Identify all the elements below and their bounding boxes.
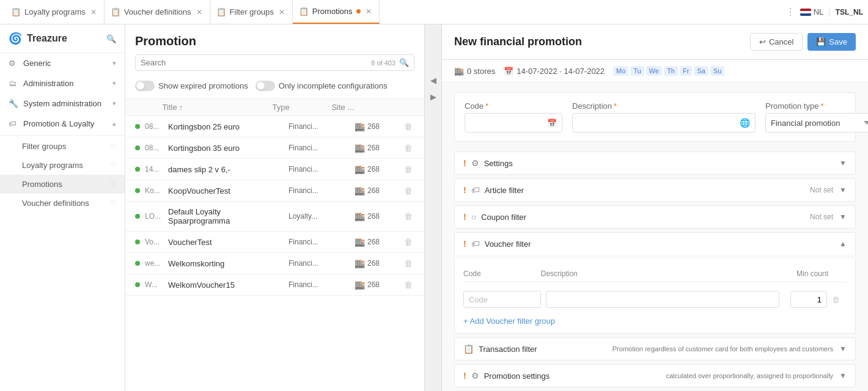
tab-filter-close[interactable]: ✕	[278, 7, 286, 18]
save-button[interactable]: 💾 Save	[807, 33, 856, 51]
row-delete[interactable]: 🗑	[402, 258, 414, 268]
row-delete[interactable]: 🗑	[402, 164, 414, 174]
settings-exclamation: !	[463, 158, 466, 168]
desc-input[interactable]: 🌐	[572, 113, 756, 133]
tab-promotions-close[interactable]: ✕	[364, 6, 373, 17]
admin-label: Administration	[23, 79, 108, 88]
promo-list-header: Promotion 8 of 403 🔍 Show expired promot…	[125, 24, 424, 99]
tab-filter-groups[interactable]: 📋 Filter groups ✕	[210, 0, 293, 24]
code-input[interactable]: 📅	[465, 113, 562, 133]
voucher-min-cell	[784, 291, 827, 308]
language-selector[interactable]: NL	[800, 7, 824, 16]
row-name: WelkomVoucher15	[168, 280, 284, 290]
sidebar-sub-item-filter-groups[interactable]: Filter groups ♡	[0, 137, 125, 156]
settings-section-row[interactable]: ! ⚙ Settings ▼	[454, 152, 856, 175]
search-box[interactable]: 8 of 403 🔍	[135, 54, 414, 71]
date-range-label: 14-07-2022 · 14-07-2022	[517, 67, 605, 76]
loyalty-programs-sub-label: Loyalty programs	[22, 161, 83, 170]
row-delete[interactable]: 🗑	[402, 143, 414, 153]
tab-voucher-close[interactable]: ✕	[195, 7, 204, 18]
collapse-left-btn[interactable]: ◀	[428, 73, 439, 87]
voucher-code-input[interactable]	[463, 291, 541, 308]
sidebar-search-icon[interactable]: 🔍	[106, 34, 116, 43]
row-delete[interactable]: 🗑	[402, 211, 414, 221]
sidebar-item-generic[interactable]: ⚙ Generic ▾	[0, 53, 125, 73]
row-type: Financi...	[289, 280, 350, 289]
stores-label: 0 stores	[467, 67, 495, 76]
tab-promotions[interactable]: 📋 Promotions ✕	[293, 0, 380, 24]
cancel-icon: ↩	[759, 37, 766, 46]
voucher-filter-section-row[interactable]: ! 🏷 Voucher filter ▲	[454, 232, 856, 255]
promo-settings-exclamation: !	[463, 371, 466, 381]
article-filter-section-row[interactable]: ! 🏷 Article filter Not set ▼	[454, 178, 856, 202]
article-filter-label: Article filter	[485, 186, 810, 195]
sidebar-sub-item-loyalty-programs[interactable]: Loyalty programs ♡	[0, 156, 125, 175]
content-area: Promotion 8 of 403 🔍 Show expired promot…	[125, 24, 868, 391]
table-row[interactable]: 14... dames slip 2 v 6,- Financi... 🏬268…	[125, 159, 424, 180]
incomplete-toggle-switch[interactable]	[256, 81, 275, 91]
row-delete[interactable]: 🗑	[402, 186, 414, 196]
article-filter-value: Not set	[810, 186, 833, 194]
row-name: Welkomskorting	[168, 259, 284, 268]
voucher-min-input[interactable]	[790, 291, 827, 308]
desc-text-input[interactable]	[578, 119, 737, 128]
row-dot	[135, 188, 140, 193]
row-dot	[135, 124, 140, 129]
transaction-filter-label: Transaction filter	[479, 345, 612, 354]
voucher-desc-input[interactable]	[546, 291, 779, 308]
settings-chevron: ▼	[839, 159, 847, 167]
row-delete[interactable]: 🗑	[402, 280, 414, 290]
site-count: 268	[367, 186, 380, 195]
promotions-sub-label: Promotions	[22, 180, 62, 189]
promo-table-header: Title ↑ Type Site ...	[125, 99, 424, 116]
sidebar-item-administration[interactable]: 🗂 Administration ▾	[0, 73, 125, 93]
tab-loyalty-close[interactable]: ✕	[89, 7, 98, 18]
search-button-icon[interactable]: 🔍	[399, 58, 409, 67]
sort-title[interactable]: Title ↑	[163, 103, 273, 112]
table-row[interactable]: Vo... VoucherTest Financi... 🏬268 🗑	[125, 232, 424, 253]
generic-arrow: ▾	[112, 59, 116, 67]
article-filter-chevron: ▼	[839, 186, 847, 194]
table-row[interactable]: Ko... KoopVoucherTest Financi... 🏬268 🗑	[125, 180, 424, 202]
promo-type-select[interactable]: Financial promotion	[765, 113, 868, 133]
table-row[interactable]: LO... Default Loyalty Spaarprogramma Loy…	[125, 202, 424, 232]
admin-arrow: ▾	[112, 79, 116, 87]
sidebar-sub-item-promotions[interactable]: Promotions ♡	[0, 175, 125, 194]
table-row[interactable]: 08... Kortingsbon 25 euro Financi... 🏬26…	[125, 116, 424, 137]
sidebar-item-promo-loyalty[interactable]: 🏷 Promotion & Loyalty ▴	[0, 114, 125, 134]
transaction-filter-section-row[interactable]: 📋 Transaction filter Promotion regardles…	[454, 337, 856, 360]
coupon-filter-section-row[interactable]: ! ○ Coupon filter Not set ▼	[454, 205, 856, 228]
flag-icon	[800, 9, 811, 16]
code-label-text: Code	[465, 101, 484, 111]
promo-type-required: *	[820, 101, 823, 111]
site-icon: 🏬	[355, 237, 365, 247]
tab-promotions-dot	[356, 9, 361, 13]
sidebar-header: 🌀 Treazure 🔍	[0, 24, 125, 53]
promo-settings-section-row[interactable]: ! ⚙ Promotion settings calculated over p…	[454, 364, 856, 387]
more-options-icon[interactable]: ⋮	[785, 6, 795, 18]
sidebar-sub-item-voucher-def[interactable]: Voucher definitions ♡	[0, 194, 125, 213]
voucher-row-delete[interactable]: 🗑	[832, 295, 847, 304]
cancel-button[interactable]: ↩ Cancel	[750, 33, 803, 51]
expired-toggle-switch[interactable]	[135, 81, 155, 91]
promo-settings-label: Promotion settings	[484, 371, 666, 381]
row-delete[interactable]: 🗑	[402, 122, 414, 131]
table-row[interactable]: 08... Kortingsbon 35 euro Financi... 🏬26…	[125, 137, 424, 159]
site-count: 268	[367, 259, 380, 268]
tab-loyalty-programs[interactable]: 📋 Loyalty programs ✕	[5, 0, 105, 24]
tab-voucher-def[interactable]: 📋 Voucher definitions ✕	[105, 0, 210, 24]
table-row[interactable]: W... WelkomVoucher15 Financi... 🏬268 🗑	[125, 274, 424, 296]
row-delete[interactable]: 🗑	[402, 237, 414, 247]
table-row[interactable]: we... Welkomskorting Financi... 🏬268 🗑	[125, 253, 424, 274]
topbar-divider: |	[828, 7, 830, 16]
code-text-input[interactable]	[470, 119, 545, 128]
add-voucher-filter-group[interactable]: + Add Voucher filter group	[463, 316, 555, 326]
loyalty-heart-icon: ♡	[110, 161, 116, 169]
search-input[interactable]	[141, 58, 367, 67]
sidebar-item-system-admin[interactable]: 🔧 System administration ▾	[0, 93, 125, 114]
collapse-right-btn[interactable]: ▶	[428, 90, 439, 104]
vcol-code-header: Code	[463, 269, 541, 278]
detail-header: New financial promotion ↩ Cancel 💾 Save	[442, 24, 868, 60]
day-su: Su	[710, 66, 724, 76]
site-icon: 🏬	[355, 280, 365, 290]
